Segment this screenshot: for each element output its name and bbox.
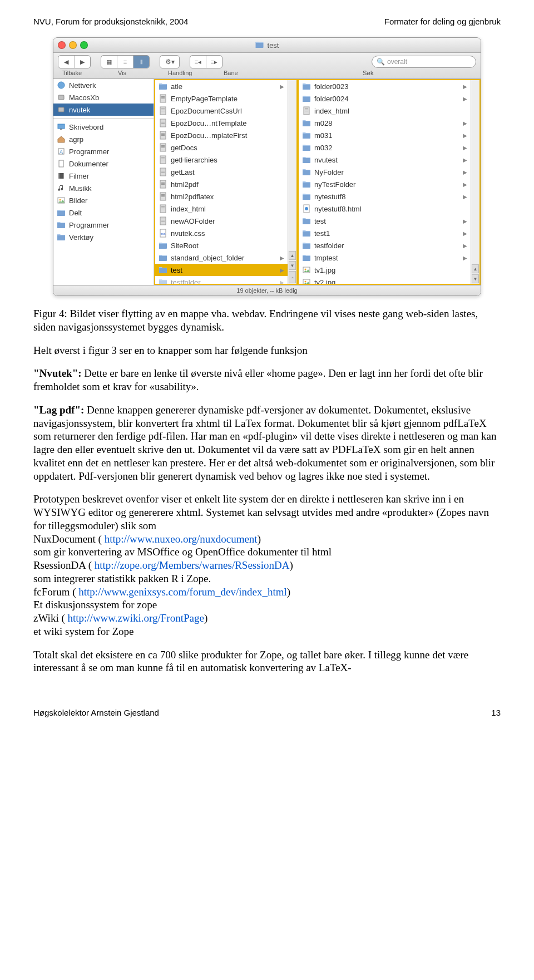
col3-item[interactable]: test▶	[299, 215, 471, 227]
link[interactable]: http://www.zwiki.org/FrontPage	[68, 612, 204, 624]
col3-item[interactable]: m031▶	[299, 129, 471, 141]
folder-icon	[57, 233, 66, 242]
action-button[interactable]: ⚙▾	[160, 55, 180, 68]
item-label: Delt	[69, 209, 82, 217]
col3-item[interactable]: folder0024▶	[299, 92, 471, 105]
item-label: nytestutf8	[314, 193, 345, 201]
sidebar-item[interactable]: MacosXb	[53, 91, 154, 104]
col2-item[interactable]: getLast	[155, 166, 288, 178]
svg-rect-28	[161, 135, 165, 136]
file-icon	[159, 216, 167, 225]
col3-item[interactable]: tv1.jpg	[299, 264, 471, 276]
col2-item[interactable]: getDocs	[155, 141, 288, 154]
item-label: agrp	[69, 135, 83, 144]
img-icon	[302, 265, 311, 274]
col3-item[interactable]: folder0023▶	[299, 80, 471, 92]
sidebar-item[interactable]: Nettverk	[53, 79, 154, 91]
svg-rect-50	[161, 206, 165, 207]
col2-item[interactable]: html2pdf	[155, 178, 288, 190]
svg-rect-20	[161, 111, 165, 111]
col3-item[interactable]: tv2.jpg	[299, 276, 471, 284]
file-icon	[159, 131, 167, 140]
col2-item[interactable]: cssnvutek.css	[155, 227, 288, 239]
globe-icon	[57, 81, 66, 90]
item-label: Musikk	[69, 184, 91, 193]
sidebar: NettverkMacosXbnvutek SkrivebordagrpAPro…	[53, 79, 154, 285]
chevron-right-icon: ▶	[463, 169, 467, 175]
item-label: NyFolder	[314, 168, 344, 176]
path-buttons[interactable]: ≡◂≡▸	[190, 55, 222, 68]
chevron-right-icon: ▶	[280, 267, 284, 273]
item-label: index_html	[314, 107, 349, 115]
link[interactable]: http://www.nuxeo.org/nuxdocument	[105, 533, 258, 545]
col2-item[interactable]: index_html	[155, 203, 288, 215]
view-switcher[interactable]: ▦≡⫴	[101, 55, 150, 68]
link[interactable]: http://www.genixsys.com/forum_dev/index_…	[78, 586, 287, 598]
sidebar-item[interactable]: Programmer	[53, 219, 154, 231]
svg-rect-48	[161, 196, 165, 197]
link[interactable]: http://zope.org/Members/warnes/RSessionD…	[95, 559, 290, 571]
item-label: testfolder	[314, 242, 344, 250]
pic-icon	[57, 196, 66, 205]
sidebar-item[interactable]: AProgrammer	[53, 145, 154, 157]
col3-item[interactable]: nvutest▶	[299, 154, 471, 166]
chevron-right-icon: ▶	[463, 230, 467, 237]
col2-item[interactable]: testfolder▶	[155, 276, 288, 284]
desktop-icon	[57, 122, 66, 131]
scrollbar[interactable]: ▲▼	[471, 80, 479, 284]
folder-icon	[302, 253, 311, 262]
sidebar-item[interactable]: Bilder	[53, 194, 154, 206]
item-label: Verktøy	[69, 233, 93, 242]
paragraph: "Nvutek": Dette er bare en lenke til øve…	[33, 367, 501, 393]
sidebar-item[interactable]: Dokumenter	[53, 157, 154, 170]
col2-item[interactable]: EmptyPageTemplate	[155, 92, 288, 105]
col2-item[interactable]: SiteRoot	[155, 239, 288, 252]
chevron-right-icon: ▶	[463, 194, 467, 200]
col2-item[interactable]: newAOFolder	[155, 215, 288, 227]
col2-item[interactable]: html2pdflatex	[155, 190, 288, 203]
close-icon[interactable]	[58, 41, 66, 49]
col2-item[interactable]: standard_object_folder▶	[155, 252, 288, 264]
col3-item[interactable]: tmptest▶	[299, 252, 471, 264]
col3-item[interactable]: nytestutf8▶	[299, 190, 471, 203]
sidebar-item[interactable]: nvutek	[53, 104, 154, 116]
col2-item[interactable]: getHierarchies	[155, 154, 288, 166]
col2-item[interactable]: test▶	[155, 264, 288, 276]
col3-item[interactable]: NyFolder▶	[299, 166, 471, 178]
col2-item[interactable]: atle▶	[155, 80, 288, 92]
sidebar-item[interactable]: Musikk	[53, 182, 154, 194]
search-input[interactable]: 🔍 overalt	[372, 56, 476, 68]
svg-rect-26	[161, 133, 165, 134]
col3-item[interactable]: index_html	[299, 105, 471, 117]
sidebar-item[interactable]: Verktøy	[53, 231, 154, 243]
paragraph: Totalt skal det eksistere en ca 700 slik…	[33, 648, 501, 675]
sidebar-item[interactable]: Skrivebord	[53, 121, 154, 133]
file-icon	[159, 180, 167, 189]
svg-rect-35	[161, 159, 165, 159]
col2-item[interactable]: EpozDocu…mplateFirst	[155, 129, 288, 141]
col3-item[interactable]: testfolder▶	[299, 239, 471, 252]
col3-item[interactable]: m032▶	[299, 141, 471, 154]
footer-left: Høgskolelektor Arnstein Gjestland	[33, 708, 159, 717]
minimize-icon[interactable]	[69, 41, 77, 49]
window-titlebar[interactable]: test	[53, 38, 481, 53]
sidebar-item[interactable]: agrp	[53, 133, 154, 145]
zoom-icon[interactable]	[80, 41, 88, 49]
col2-item[interactable]: EpozDocumentCssUrl	[155, 105, 288, 117]
sidebar-item[interactable]: Delt	[53, 206, 154, 219]
svg-rect-3	[58, 124, 65, 129]
scrollbar[interactable]: ▲▼⫠	[288, 80, 296, 284]
item-label: EpozDocumentCssUrl	[171, 107, 242, 115]
folder-icon	[159, 82, 167, 91]
col3-item[interactable]: test1▶	[299, 227, 471, 239]
back-forward[interactable]: ◀▶	[58, 55, 91, 68]
col3-item[interactable]: nytestutf8.html	[299, 203, 471, 215]
col2-item[interactable]: EpozDocu…ntTemplate	[155, 117, 288, 129]
sidebar-item[interactable]: Filmer	[53, 170, 154, 182]
item-label: html2pdflatex	[171, 193, 214, 201]
svg-rect-19	[161, 110, 165, 110]
col3-item[interactable]: nyTestFolder▶	[299, 178, 471, 190]
col3-item[interactable]: m028▶	[299, 117, 471, 129]
item-label: Programmer	[69, 147, 109, 156]
svg-rect-55	[161, 220, 165, 220]
